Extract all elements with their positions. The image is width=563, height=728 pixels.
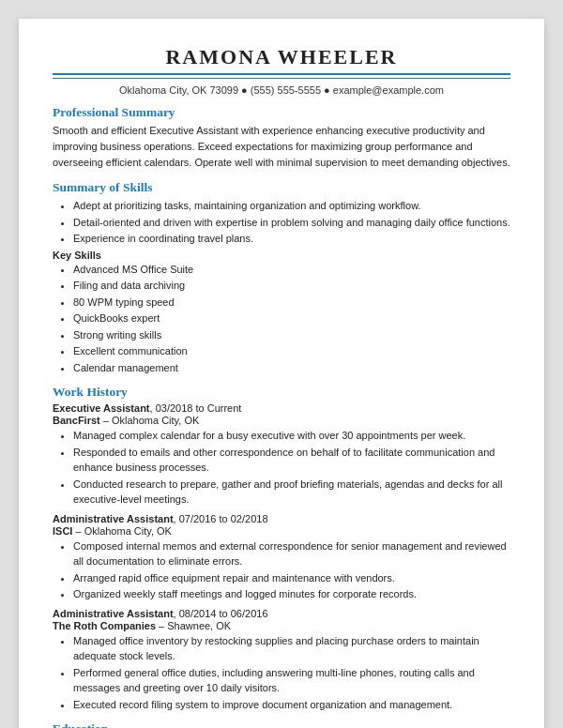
key-skills-list: Advanced MS Office Suite Filing and data… (73, 262, 510, 376)
job-1-title: Executive Assistant (53, 402, 150, 414)
list-item: Calendar management (73, 360, 510, 376)
list-item: Experience in coordinating travel plans. (73, 231, 510, 247)
list-item: Managed office inventory by restocking s… (73, 633, 510, 664)
job-2-bullets: Composed internal memos and external cor… (73, 538, 510, 602)
key-skills-label: Key Skills (53, 250, 510, 261)
contact-info: Oklahoma City, OK 73099 ● (555) 555-5555… (53, 84, 510, 96)
list-item: Executed record filing system to improve… (73, 697, 510, 713)
job-2-company: ISCI – Oklahoma City, OK (53, 525, 510, 537)
job-1-dates: , 03/2018 to Current (150, 402, 242, 414)
job-3-title: Administrative Assistant (53, 608, 174, 619)
resume-document: Ramona Wheeler Oklahoma City, OK 73099 ●… (19, 19, 544, 728)
list-item: Filing and data archiving (73, 278, 510, 294)
list-item: Organized weekly staff meetings and logg… (73, 586, 510, 602)
list-item: Responded to emails and other correspond… (73, 445, 510, 476)
list-item: Conducted research to prepare, gather an… (73, 477, 510, 508)
resume-header: Ramona Wheeler Oklahoma City, OK 73099 ●… (53, 45, 510, 96)
job-1: Executive Assistant, 03/2018 to Current … (53, 402, 510, 508)
job-3-company: The Roth Companies – Shawnee, OK (53, 620, 510, 631)
list-item: Managed complex calendar for a busy exec… (73, 428, 510, 444)
job-2-dates: , 07/2016 to 02/2018 (174, 513, 268, 524)
section-title-education: Education (53, 721, 510, 728)
job-3: Administrative Assistant, 08/2014 to 06/… (53, 608, 510, 713)
divider-top (53, 73, 510, 75)
list-item: Performed general office duties, includi… (73, 665, 510, 696)
list-item: Composed internal memos and external cor… (73, 538, 510, 569)
list-item: 80 WPM typing speed (73, 295, 510, 311)
section-title-summary: Professional Summary (53, 105, 510, 120)
job-3-bullets: Managed office inventory by restocking s… (73, 633, 510, 713)
section-professional-summary: Professional Summary Smooth and efficien… (53, 105, 510, 171)
section-title-skills: Summary of Skills (53, 180, 510, 195)
skills-bullets: Adept at prioritizing tasks, maintaining… (73, 198, 510, 247)
job-1-company: BancFirst – Oklahoma City, OK (53, 415, 510, 426)
job-1-bullets: Managed complex calendar for a busy exec… (73, 428, 510, 508)
job-2-title-line: Administrative Assistant, 07/2016 to 02/… (53, 513, 510, 524)
list-item: Adept at prioritizing tasks, maintaining… (73, 198, 510, 214)
list-item: Advanced MS Office Suite (73, 262, 510, 278)
job-3-title-line: Administrative Assistant, 08/2014 to 06/… (53, 608, 510, 619)
section-work-history: Work History Executive Assistant, 03/201… (53, 385, 510, 712)
candidate-name: Ramona Wheeler (53, 45, 510, 69)
list-item: Arranged rapid office equipment repair a… (73, 570, 510, 586)
job-2-title: Administrative Assistant (53, 513, 174, 524)
section-education: Education Bachelor of Arts: Business Adm… (53, 721, 510, 728)
job-3-dates: , 08/2014 to 06/2016 (174, 608, 268, 619)
section-skills: Summary of Skills Adept at prioritizing … (53, 180, 510, 375)
job-1-title-line: Executive Assistant, 03/2018 to Current (53, 402, 510, 414)
summary-body: Smooth and efficient Executive Assistant… (53, 123, 510, 171)
list-item: Excellent communication (73, 343, 510, 359)
list-item: Detail-oriented and driven with expertis… (73, 215, 510, 231)
divider-thin (53, 78, 510, 79)
section-title-work: Work History (53, 385, 510, 400)
job-2: Administrative Assistant, 07/2016 to 02/… (53, 513, 510, 602)
list-item: Strong writing skills (73, 327, 510, 343)
list-item: QuickBooks expert (73, 311, 510, 326)
